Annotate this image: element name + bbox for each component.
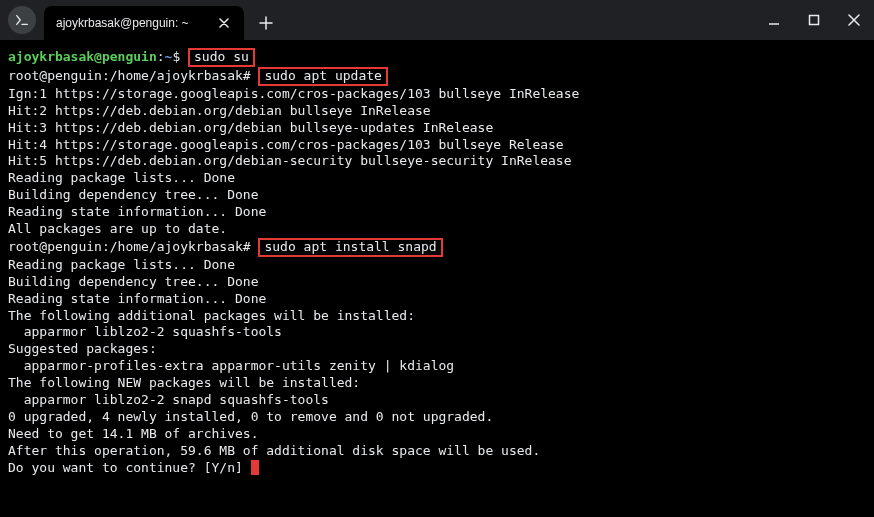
output-line: Building dependency tree... Done (8, 274, 866, 291)
output-line: The following NEW packages will be insta… (8, 375, 866, 392)
close-button[interactable] (842, 8, 866, 32)
output-line: Suggested packages: (8, 341, 866, 358)
output-line: Reading state information... Done (8, 291, 866, 308)
highlight-cmd-2: sudo apt update (258, 67, 387, 86)
output-line: Do you want to continue? [Y/n] (8, 460, 866, 477)
output-line: apparmor liblzo2-2 squashfs-tools (8, 324, 866, 341)
output-line: apparmor liblzo2-2 snapd squashfs-tools (8, 392, 866, 409)
output-line: After this operation, 59.6 MB of additio… (8, 443, 866, 460)
terminal-icon (8, 6, 36, 34)
maximize-button[interactable] (802, 8, 826, 32)
tab[interactable]: ajoykrbasak@penguin: ~ (44, 6, 244, 40)
highlight-cmd-3: sudo apt install snapd (258, 238, 442, 257)
titlebar: ajoykrbasak@penguin: ~ (0, 0, 874, 40)
output-line: Reading package lists... Done (8, 170, 866, 187)
output-line: apparmor-profiles-extra apparmor-utils z… (8, 358, 866, 375)
output-line: Need to get 14.1 MB of archives. (8, 426, 866, 443)
output-line: Reading package lists... Done (8, 257, 866, 274)
cursor (251, 460, 259, 475)
output-line: Reading state information... Done (8, 204, 866, 221)
terminal-content[interactable]: ajoykrbasak@penguin:~$ sudo suroot@pengu… (0, 40, 874, 484)
window-controls (762, 0, 866, 40)
user-host: ajoykrbasak@penguin (8, 49, 157, 64)
output-line: The following additional packages will b… (8, 308, 866, 325)
root-prompt: root@penguin:/home/ajoykrbasak# (8, 68, 251, 83)
tab-title: ajoykrbasak@penguin: ~ (56, 16, 216, 30)
output-line: Hit:2 https://deb.debian.org/debian bull… (8, 103, 866, 120)
output-line: Hit:4 https://storage.googleapis.com/cro… (8, 137, 866, 154)
close-tab-button[interactable] (216, 15, 232, 31)
highlight-cmd-1: sudo su (188, 48, 255, 67)
output-line: Hit:3 https://deb.debian.org/debian bull… (8, 120, 866, 137)
new-tab-button[interactable] (252, 9, 280, 37)
minimize-button[interactable] (762, 8, 786, 32)
output-line: Building dependency tree... Done (8, 187, 866, 204)
output-line: Ign:1 https://storage.googleapis.com/cro… (8, 86, 866, 103)
output-line: 0 upgraded, 4 newly installed, 0 to remo… (8, 409, 866, 426)
root-prompt: root@penguin:/home/ajoykrbasak# (8, 239, 251, 254)
svg-rect-0 (810, 16, 819, 25)
output-line: All packages are up to date. (8, 221, 866, 238)
output-line: Hit:5 https://deb.debian.org/debian-secu… (8, 153, 866, 170)
